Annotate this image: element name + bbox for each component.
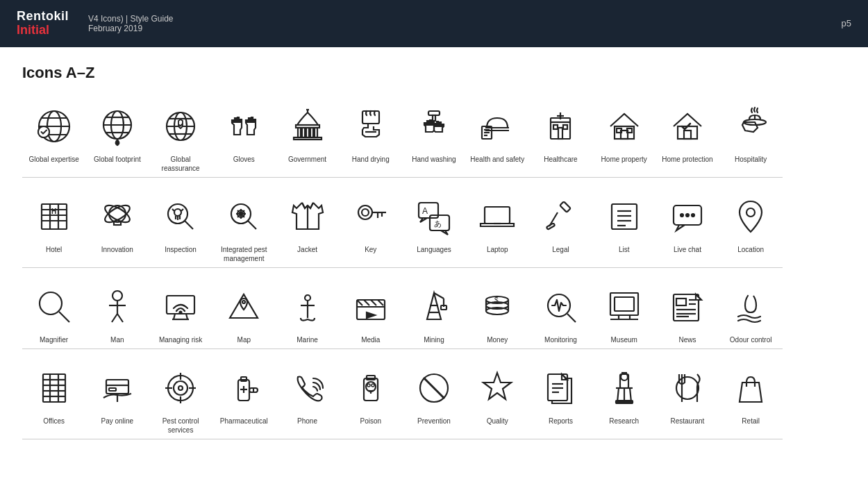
meta-line1: V4 Icons) | Style Guide — [88, 14, 174, 24]
meta-line2: February 2019 — [88, 24, 174, 33]
icon-cell-retail: Retail — [719, 358, 783, 439]
icon-cell-monitoring: Monitoring — [529, 276, 592, 349]
icon-grid-row1: Global expertise Global footprint — [22, 96, 846, 179]
magnifier-icon — [29, 282, 79, 332]
icon-cell-ipm: Integrated pest management — [212, 186, 276, 268]
icon-label-global-reassurance: Global reassurance — [151, 155, 209, 173]
inspection-icon — [156, 192, 206, 242]
svg-text:$: $ — [494, 296, 499, 304]
icon-label-marine: Marine — [297, 335, 318, 344]
health-safety-icon — [472, 101, 522, 151]
svg-rect-28 — [433, 115, 435, 121]
legal-icon — [535, 192, 585, 242]
icon-label-home-protection: Home protection — [662, 155, 712, 164]
svg-point-6 — [38, 126, 49, 137]
icon-label-pharmaceutical: Pharmaceutical — [220, 417, 268, 426]
svg-point-72 — [362, 209, 369, 216]
government-icon — [283, 101, 333, 151]
icon-cell-pharmaceutical: Pharmaceutical — [212, 358, 276, 439]
icon-cell-location: Location — [719, 186, 783, 268]
svg-rect-82 — [560, 201, 571, 212]
icon-label-global-footprint: Global footprint — [94, 155, 141, 164]
icon-label-key: Key — [365, 245, 376, 254]
icon-cell-restaurant: Restaurant — [656, 358, 719, 439]
svg-point-125 — [548, 294, 570, 317]
svg-rect-39 — [553, 125, 558, 129]
phone-icon — [283, 363, 333, 413]
svg-text:H: H — [51, 208, 56, 215]
svg-rect-44 — [617, 128, 621, 133]
monitoring-icon — [535, 282, 585, 332]
svg-rect-40 — [563, 125, 567, 129]
icon-label-ipm: Integrated pest management — [215, 245, 273, 263]
logo-text: Rentokil Initial — [17, 10, 69, 37]
svg-rect-19 — [302, 128, 305, 137]
svg-rect-45 — [627, 128, 632, 133]
money-icon: $ — [472, 282, 522, 332]
jacket-icon — [283, 192, 333, 242]
icon-label-healthcare: Healthcare — [544, 155, 577, 164]
laptop-icon — [472, 192, 522, 242]
svg-rect-47 — [684, 131, 691, 139]
svg-point-95 — [40, 292, 62, 314]
icon-label-monitoring: Monitoring — [544, 335, 577, 344]
icon-label-managing-risk: Managing risk — [159, 335, 202, 344]
icon-cell-jacket: Jacket — [276, 186, 339, 268]
icon-cell-hand-drying: Hand drying — [339, 96, 402, 178]
svg-line-101 — [117, 314, 123, 322]
icon-cell-healthcare: Healthcare — [529, 96, 592, 178]
icon-label-government: Government — [288, 155, 326, 164]
icon-cell-hotel: H Hotel — [22, 186, 85, 268]
reports-icon — [535, 363, 585, 413]
icon-label-live-chat: Live chat — [674, 245, 701, 254]
icon-cell-map: Map — [212, 276, 276, 349]
global-footprint-icon — [92, 101, 142, 151]
icon-label-legal: Legal — [552, 245, 569, 254]
icon-cell-global-expertise: Global expertise — [22, 96, 85, 178]
icon-label-man: Man — [110, 335, 124, 344]
logo-rentokil: Rentokil — [17, 10, 69, 24]
retail-icon — [726, 363, 776, 413]
icon-cell-reports: Reports — [529, 358, 592, 439]
icon-cell-live-chat: Live chat — [656, 186, 719, 268]
marine-icon — [283, 282, 333, 332]
icon-cell-poison: Poison — [339, 358, 402, 439]
svg-line-100 — [112, 314, 117, 322]
icon-label-hand-washing: Hand washing — [412, 155, 456, 164]
icon-cell-odour-control: Odour control — [719, 276, 783, 349]
quality-icon — [472, 363, 522, 413]
svg-point-94 — [746, 208, 755, 217]
location-icon — [726, 192, 776, 242]
logo-initial: Initial — [17, 24, 69, 37]
man-icon — [92, 282, 142, 332]
hospitality-icon — [726, 101, 776, 151]
icon-label-location: Location — [737, 245, 764, 254]
icon-label-quality: Quality — [487, 417, 508, 426]
icon-cell-home-protection: Home protection — [656, 96, 719, 178]
news-icon — [662, 282, 712, 332]
svg-line-168 — [424, 378, 444, 398]
svg-point-91 — [681, 214, 683, 217]
icon-label-pay-online: Pay online — [101, 417, 133, 426]
svg-rect-138 — [43, 374, 65, 402]
icon-label-hospitality: Hospitality — [735, 155, 767, 164]
icon-label-list: List — [619, 245, 630, 254]
svg-rect-128 — [615, 297, 634, 311]
icon-cell-government: Government — [276, 96, 339, 178]
map-icon — [219, 282, 269, 332]
icon-cell-pest-control: Pest control services — [149, 358, 212, 439]
svg-line-104 — [186, 314, 187, 319]
healthcare-icon — [535, 101, 585, 151]
svg-point-71 — [358, 205, 372, 219]
icon-cell-news: News — [656, 276, 719, 349]
media-icon — [346, 282, 396, 332]
icon-label-money: Money — [487, 335, 508, 344]
header-page: p5 — [842, 18, 851, 28]
innovation-icon — [92, 192, 142, 242]
logo-block: Rentokil Initial V4 Icons) | Style Guide… — [17, 10, 174, 37]
svg-rect-132 — [676, 299, 686, 305]
prevention-icon — [409, 363, 459, 413]
icon-cell-offices: Offices — [22, 358, 85, 439]
icon-label-pest-control: Pest control services — [151, 417, 209, 435]
icon-label-museum: Museum — [611, 335, 637, 344]
